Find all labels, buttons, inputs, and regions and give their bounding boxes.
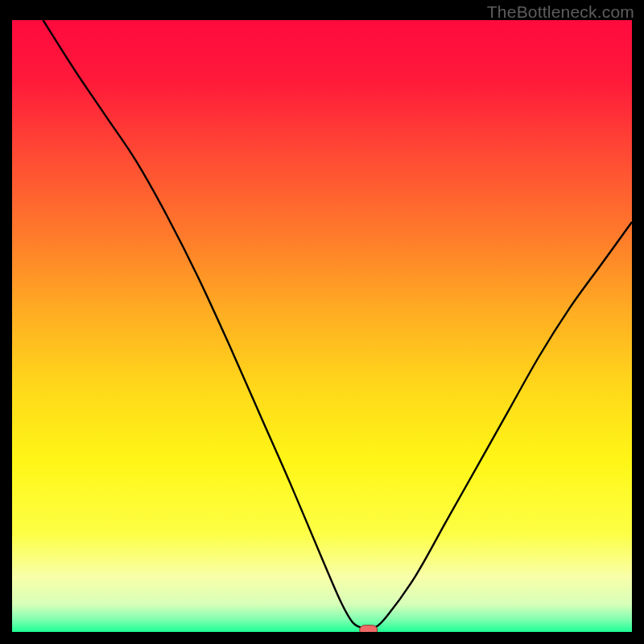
- optimal-marker: [360, 625, 378, 632]
- chart-frame: TheBottleneck.com: [0, 0, 644, 644]
- chart-svg: [12, 20, 632, 632]
- watermark-text: TheBottleneck.com: [487, 2, 634, 22]
- gradient-background: [12, 20, 632, 632]
- plot-area: [12, 20, 632, 632]
